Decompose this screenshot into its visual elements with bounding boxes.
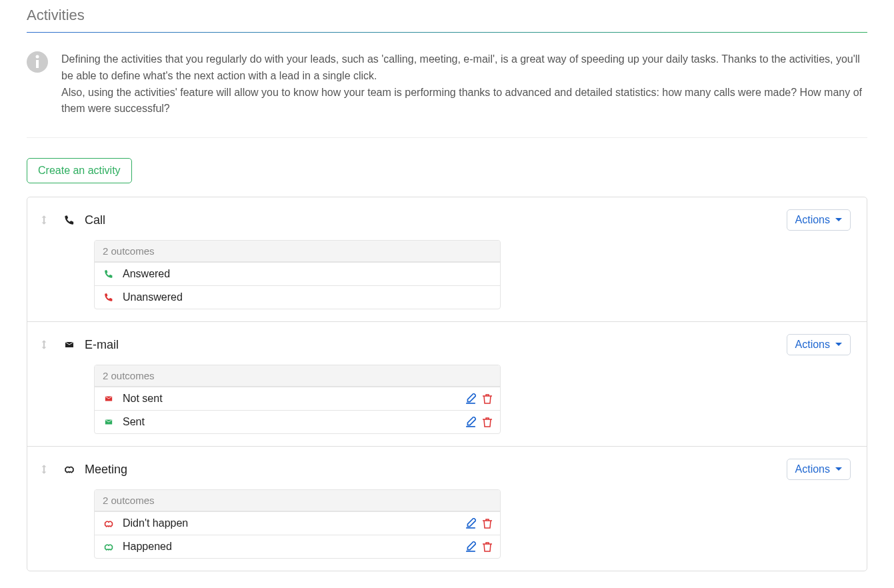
actions-dropdown-button[interactable]: Actions	[787, 334, 851, 355]
outcome-row: Happened	[95, 535, 500, 558]
activities-panel: Call Actions 2 outcomes Answered Unanswe…	[27, 197, 867, 571]
outcomes-header: 2 outcomes	[95, 241, 500, 262]
actions-label: Actions	[795, 463, 830, 475]
outcomes-box: 2 outcomes Answered Unanswered	[94, 240, 501, 309]
activity-name: Meeting	[85, 463, 127, 477]
edit-icon[interactable]	[465, 541, 476, 552]
caret-down-icon	[835, 343, 842, 347]
activity-name: E-mail	[85, 338, 119, 352]
trash-icon[interactable]	[483, 393, 492, 404]
outcome-row: Answered	[95, 262, 500, 285]
edit-icon[interactable]	[465, 393, 476, 404]
create-activity-button[interactable]: Create an activity	[27, 158, 132, 183]
edit-icon[interactable]	[465, 518, 476, 529]
outcome-label: Sent	[123, 416, 145, 428]
outcome-row: Sent	[95, 410, 500, 433]
info-icon	[27, 51, 48, 73]
handshake-icon	[103, 519, 115, 528]
outcomes-box: 2 outcomes Not sent Sent	[94, 365, 501, 434]
outcomes-box: 2 outcomes Didn't happen Happened	[94, 489, 501, 559]
envelope-icon	[103, 395, 115, 403]
drag-handle-icon[interactable]	[41, 215, 50, 225]
drag-handle-icon[interactable]	[41, 464, 50, 475]
trash-icon[interactable]	[483, 518, 492, 529]
outcome-label: Happened	[123, 541, 172, 553]
phone-icon	[62, 215, 77, 225]
actions-label: Actions	[795, 214, 830, 226]
outcome-label: Unanswered	[123, 291, 183, 303]
outcome-label: Didn't happen	[123, 517, 188, 529]
actions-label: Actions	[795, 339, 830, 351]
outcome-row: Didn't happen	[95, 511, 500, 535]
activity-meeting: Meeting Actions 2 outcomes Didn't happen…	[27, 446, 867, 571]
activity-email: E-mail Actions 2 outcomes Not sent Sent	[27, 321, 867, 446]
outcomes-header: 2 outcomes	[95, 490, 500, 511]
outcome-row: Unanswered	[95, 285, 500, 309]
caret-down-icon	[835, 467, 842, 471]
actions-dropdown-button[interactable]: Actions	[787, 209, 851, 231]
edit-icon[interactable]	[465, 417, 476, 427]
envelope-icon	[103, 418, 115, 426]
outcomes-header: 2 outcomes	[95, 365, 500, 387]
info-box: Defining the activities that you regular…	[27, 51, 867, 138]
outcome-row: Not sent	[95, 387, 500, 410]
phone-icon	[103, 269, 115, 279]
info-text: Defining the activities that you regular…	[61, 51, 867, 117]
page-title: Activities	[27, 0, 867, 32]
activity-call: Call Actions 2 outcomes Answered Unanswe…	[27, 197, 867, 321]
drag-handle-icon[interactable]	[41, 339, 50, 350]
phone-icon	[103, 293, 115, 302]
title-divider	[27, 32, 867, 33]
trash-icon[interactable]	[483, 417, 492, 427]
trash-icon[interactable]	[483, 541, 492, 552]
handshake-icon	[62, 465, 77, 474]
caret-down-icon	[835, 218, 842, 222]
actions-dropdown-button[interactable]: Actions	[787, 459, 851, 480]
outcome-label: Not sent	[123, 393, 163, 405]
activity-name: Call	[85, 213, 105, 227]
info-paragraph-2: Also, using the activities' feature will…	[61, 87, 862, 115]
info-paragraph-1: Defining the activities that you regular…	[61, 53, 860, 81]
envelope-icon	[62, 340, 77, 349]
handshake-icon	[103, 543, 115, 551]
outcome-label: Answered	[123, 268, 170, 280]
